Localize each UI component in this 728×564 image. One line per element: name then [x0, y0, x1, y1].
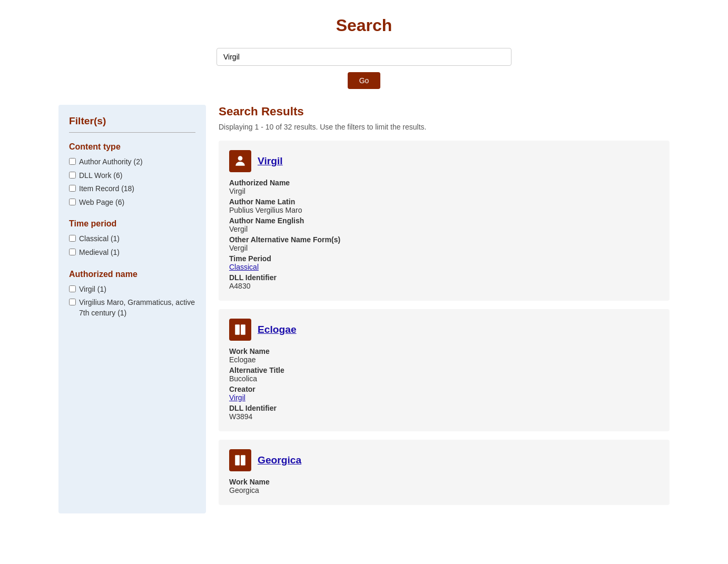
- search-button[interactable]: Go: [348, 72, 381, 89]
- person-icon: [233, 154, 247, 168]
- field-label: Work Name: [229, 478, 659, 486]
- creator-link-virgil[interactable]: Virgil: [229, 393, 659, 402]
- content-type-label: Content type: [69, 142, 195, 152]
- result-header: Eclogae: [229, 319, 659, 341]
- time-period-link-classical[interactable]: Classical: [229, 263, 659, 271]
- book-icon: [233, 323, 247, 337]
- filter-label-item-record[interactable]: Item Record (18): [79, 184, 134, 194]
- field-label: DLL Identifier: [229, 273, 659, 282]
- result-icon-book: [229, 319, 251, 341]
- filter-label-author-authority[interactable]: Author Authority (2): [79, 157, 143, 167]
- field-value-dll-identifier: A4830: [229, 282, 659, 290]
- search-input[interactable]: [217, 48, 511, 66]
- filter-label-virgilius-maro[interactable]: Virgilius Maro, Grammaticus, active 7th …: [79, 298, 195, 318]
- filter-label-dll-work[interactable]: DLL Work (6): [79, 171, 122, 181]
- field-value: Virgil: [229, 187, 659, 195]
- field-label: Authorized Name: [229, 179, 659, 187]
- svg-rect-1: [235, 324, 240, 335]
- filter-label-medieval[interactable]: Medieval (1): [79, 248, 120, 258]
- filter-label-virgil[interactable]: Virgil (1): [79, 284, 106, 295]
- field-label: Alternative Title: [229, 366, 659, 374]
- result-body-eclogae: Work Name Eclogae Alternative Title Buco…: [229, 347, 659, 421]
- filter-label-web-page[interactable]: Web Page (6): [79, 197, 124, 208]
- result-title-link-georgica[interactable]: Georgica: [258, 454, 301, 466]
- field-value: Georgica: [229, 486, 659, 494]
- filter-group-content-type: Content type Author Authority (2) DLL Wo…: [69, 142, 195, 207]
- filter-checkbox-item-record[interactable]: [69, 185, 76, 192]
- field-label: DLL Identifier: [229, 404, 659, 412]
- result-card-virgil: Virgil Authorized Name Virgil Author Nam…: [219, 141, 670, 301]
- result-icon-book-georgica: [229, 449, 251, 471]
- filter-checkbox-virgil[interactable]: [69, 285, 76, 292]
- result-icon-person: [229, 150, 251, 172]
- field-value-dll-identifier: W3894: [229, 412, 659, 421]
- filter-group-time-period: Time period Classical (1) Medieval (1): [69, 219, 195, 258]
- filter-checkbox-dll-work[interactable]: [69, 172, 76, 179]
- field-value: Vergil: [229, 244, 659, 252]
- svg-rect-2: [241, 324, 245, 335]
- time-period-label: Time period: [69, 219, 195, 229]
- field-label: Author Name English: [229, 216, 659, 225]
- filter-item: Item Record (18): [69, 184, 195, 194]
- field-value: Vergil: [229, 225, 659, 233]
- result-title-link-virgil[interactable]: Virgil: [258, 155, 283, 167]
- filter-checkbox-author-authority[interactable]: [69, 158, 76, 165]
- sidebar: Filter(s) Content type Author Authority …: [58, 105, 206, 513]
- result-body-virgil: Authorized Name Virgil Author Name Latin…: [229, 179, 659, 290]
- filter-item: Classical (1): [69, 234, 195, 244]
- svg-rect-3: [235, 455, 240, 466]
- authorized-name-label: Authorized name: [69, 270, 195, 279]
- filter-item: Web Page (6): [69, 197, 195, 208]
- result-body-georgica: Work Name Georgica: [229, 478, 659, 494]
- filter-item: Medieval (1): [69, 248, 195, 258]
- filter-item: Virgilius Maro, Grammaticus, active 7th …: [69, 298, 195, 318]
- filter-group-authorized-name: Authorized name Virgil (1) Virgilius Mar…: [69, 270, 195, 319]
- field-label: Work Name: [229, 347, 659, 355]
- result-header: Virgil: [229, 150, 659, 172]
- results-area: Search Results Displaying 1 - 10 of 32 r…: [219, 105, 670, 513]
- filter-item: DLL Work (6): [69, 171, 195, 181]
- book-icon: [233, 453, 247, 467]
- field-label: Time Period: [229, 254, 659, 263]
- field-label: Other Alternative Name Form(s): [229, 235, 659, 244]
- filter-item: Virgil (1): [69, 284, 195, 295]
- results-summary: Displaying 1 - 10 of 32 results. Use the…: [219, 123, 670, 131]
- field-value: Eclogae: [229, 355, 659, 364]
- result-title-link-eclogae[interactable]: Eclogae: [258, 324, 297, 335]
- search-bar-container: Go: [58, 48, 670, 89]
- page-title: Search: [58, 16, 670, 35]
- result-card-georgica: Georgica Work Name Georgica: [219, 440, 670, 505]
- result-header: Georgica: [229, 449, 659, 471]
- field-label: Author Name Latin: [229, 197, 659, 206]
- results-heading: Search Results: [219, 105, 670, 118]
- filter-checkbox-virgilius-maro[interactable]: [69, 299, 76, 305]
- filter-checkbox-classical[interactable]: [69, 235, 76, 242]
- filter-item: Author Authority (2): [69, 157, 195, 167]
- result-card-eclogae: Eclogae Work Name Eclogae Alternative Ti…: [219, 309, 670, 431]
- field-label: Creator: [229, 385, 659, 393]
- field-value: Publius Vergilius Maro: [229, 206, 659, 214]
- svg-point-0: [238, 156, 243, 161]
- filters-title: Filter(s): [69, 115, 195, 133]
- filter-checkbox-medieval[interactable]: [69, 249, 76, 255]
- content-area: Filter(s) Content type Author Authority …: [58, 105, 670, 513]
- filter-checkbox-web-page[interactable]: [69, 199, 76, 205]
- svg-rect-4: [241, 455, 245, 466]
- filter-label-classical[interactable]: Classical (1): [79, 234, 120, 244]
- field-value: Bucolica: [229, 374, 659, 383]
